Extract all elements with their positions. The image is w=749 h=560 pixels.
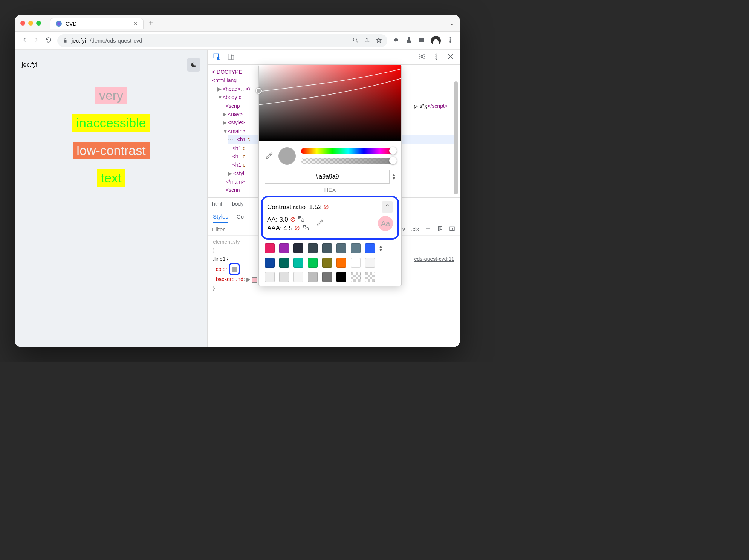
hue-thumb[interactable] <box>389 147 397 155</box>
url-host: jec.fyi <box>72 37 86 44</box>
panel-icon[interactable] <box>418 37 425 45</box>
scrollbar[interactable] <box>454 81 458 194</box>
current-color-swatch <box>278 147 296 165</box>
contrast-preview: Aa <box>378 216 393 231</box>
hue-slider[interactable] <box>301 148 395 154</box>
palette-swatch[interactable] <box>336 243 346 253</box>
background-swatch[interactable] <box>252 277 257 283</box>
more-icon[interactable] <box>433 53 440 62</box>
zoom-icon[interactable] <box>352 37 359 44</box>
hex-input[interactable] <box>265 170 390 184</box>
aaa-fix-icon[interactable] <box>302 225 309 232</box>
extensions-icon[interactable] <box>393 37 399 45</box>
palette-swatch[interactable] <box>265 243 275 253</box>
eyedropper-icon[interactable] <box>265 151 273 161</box>
flex-icon[interactable] <box>437 226 443 233</box>
share-icon[interactable] <box>364 37 370 44</box>
color-swatch-selected[interactable] <box>229 263 240 275</box>
svg-point-3 <box>450 39 451 40</box>
saturation-gradient[interactable] <box>259 65 401 141</box>
url-bar[interactable]: jec.fyi/demo/cds-quest-cvd <box>57 34 387 47</box>
contrast-section: Contrast ratio 1.52 ⊘ ⌃ AA: 3.0 ⊘ AAA: 4… <box>261 196 399 240</box>
menu-icon[interactable] <box>447 37 454 45</box>
svg-rect-14 <box>450 227 454 230</box>
demo-lines: very inaccessible low-contrast text <box>22 87 200 187</box>
profile-avatar[interactable] <box>431 36 441 46</box>
format-stepper[interactable]: ▴▾ <box>393 173 395 181</box>
palette-swatch[interactable] <box>336 272 346 282</box>
palette-swatch[interactable] <box>279 272 289 282</box>
devtools-close-icon[interactable] <box>447 53 454 62</box>
palette-swatch[interactable] <box>293 272 303 282</box>
alpha-slider[interactable] <box>301 158 395 164</box>
url-path: /demo/cds-quest-cvd <box>90 37 142 44</box>
palette-swatch[interactable] <box>365 258 375 268</box>
collapse-icon[interactable]: ⌃ <box>382 201 393 213</box>
palette-swatch[interactable] <box>351 272 361 282</box>
palette-swatch[interactable] <box>365 243 375 253</box>
new-tab-button[interactable]: + <box>149 19 153 28</box>
color-picker: ▴▾ HEX Contrast ratio 1.52 ⊘ ⌃ AA: 3.0 ⊘ <box>258 65 402 286</box>
page-brand: jec.fyi <box>22 61 37 68</box>
minimize-window[interactable] <box>28 21 33 26</box>
palette-swatch[interactable] <box>308 258 318 268</box>
cls-toggle[interactable]: .cls <box>411 226 419 232</box>
tab-styles[interactable]: Styles <box>213 213 228 223</box>
palette-swatch[interactable] <box>322 272 332 282</box>
drawer-icon[interactable] <box>449 226 455 233</box>
tab-close-icon[interactable]: ✕ <box>133 21 138 27</box>
maximize-window[interactable] <box>36 21 41 26</box>
inspect-element-icon[interactable] <box>213 53 220 62</box>
svg-point-8 <box>421 55 423 57</box>
bg-eyedropper-icon[interactable] <box>316 219 324 228</box>
tabs-chevron-icon[interactable]: ⌄ <box>449 20 454 27</box>
doctype: <!DOCTYPE <box>212 69 242 75</box>
color-palette: ▴▾ <box>259 240 401 286</box>
palette-swatch[interactable] <box>322 258 332 268</box>
reload-button[interactable] <box>45 37 52 45</box>
svg-point-11 <box>436 58 437 59</box>
star-icon[interactable] <box>376 37 382 44</box>
palette-swatch[interactable] <box>265 272 275 282</box>
line-2: inaccessible <box>72 114 150 132</box>
fail-icon: ⊘ <box>323 203 329 211</box>
svg-point-4 <box>450 41 451 42</box>
palette-stepper[interactable]: ▴▾ <box>379 245 389 252</box>
line-1: very <box>95 87 127 104</box>
crumb-body[interactable]: body <box>232 201 243 207</box>
browser-tab[interactable]: CVD ✕ <box>50 18 144 29</box>
palette-swatch[interactable] <box>279 258 289 268</box>
palette-swatch[interactable] <box>365 272 375 282</box>
palette-swatch[interactable] <box>322 243 332 253</box>
settings-gear-icon[interactable] <box>418 53 426 62</box>
palette-swatch[interactable] <box>308 243 318 253</box>
dark-mode-toggle[interactable] <box>187 58 200 72</box>
close-window[interactable] <box>20 21 25 26</box>
palette-swatch[interactable] <box>308 272 318 282</box>
new-rule-icon[interactable] <box>425 226 431 233</box>
rule-source-link[interactable]: cds-quest-cvd:11 <box>414 255 454 263</box>
palette-swatch[interactable] <box>279 243 289 253</box>
tab-title: CVD <box>66 21 77 27</box>
back-button[interactable] <box>21 37 28 45</box>
device-toggle-icon[interactable] <box>227 53 235 62</box>
alpha-thumb[interactable] <box>389 157 397 164</box>
aaa-fail-icon: ⊘ <box>294 224 300 232</box>
rendered-page: jec.fyi very inaccessible low-contrast t… <box>15 50 207 347</box>
labs-icon[interactable] <box>405 37 412 45</box>
palette-swatch[interactable] <box>265 258 275 268</box>
palette-swatch[interactable] <box>293 258 303 268</box>
crumb-html[interactable]: html <box>212 201 222 207</box>
palette-swatch[interactable] <box>293 243 303 253</box>
rule-selector[interactable]: .line1 { <box>213 256 229 262</box>
aa-fix-icon[interactable] <box>297 216 304 223</box>
titlebar: CVD ✕ + ⌄ <box>15 15 460 32</box>
gradient-handle[interactable] <box>256 88 262 94</box>
line-4: text <box>97 169 125 187</box>
palette-swatch[interactable] <box>351 243 361 253</box>
tab-computed[interactable]: Co <box>237 213 244 223</box>
lock-icon <box>63 38 68 43</box>
palette-swatch[interactable] <box>351 258 361 268</box>
svg-point-9 <box>436 54 437 55</box>
palette-swatch[interactable] <box>336 258 346 268</box>
